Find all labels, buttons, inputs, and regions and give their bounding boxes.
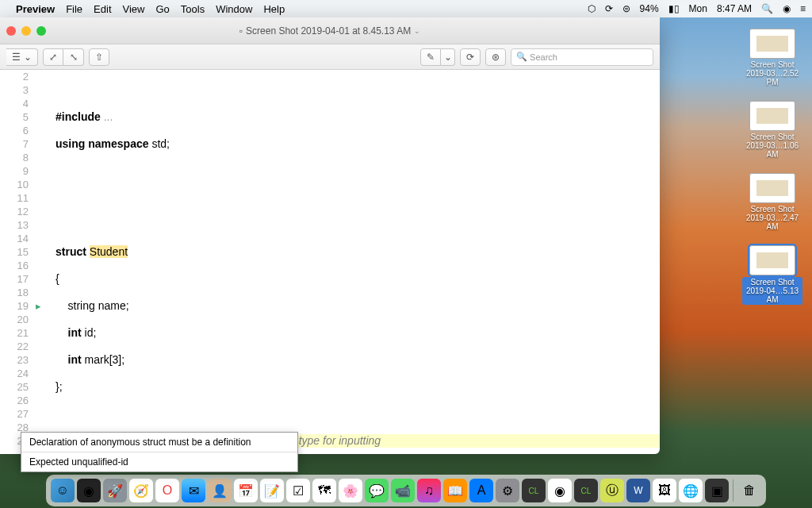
- dock-separator: [733, 479, 733, 502]
- menu-help[interactable]: Help: [263, 3, 285, 15]
- titlebar[interactable]: ▫Screen Shot 2019-04-01 at 8.45.13 AM⌄: [0, 17, 660, 44]
- dock-siri[interactable]: ◉: [77, 479, 101, 502]
- zoom-out-button[interactable]: ⤢: [43, 48, 63, 66]
- desktop-file[interactable]: Screen Shot2019-03…2.52 PM: [742, 29, 802, 87]
- highlight-dropdown[interactable]: ⌄: [441, 48, 455, 66]
- dock-notes[interactable]: 📝: [260, 479, 284, 502]
- dock-safari[interactable]: 🧭: [129, 479, 153, 502]
- dock-appstore[interactable]: A: [469, 479, 493, 502]
- search-input[interactable]: 🔍 Search: [511, 48, 653, 66]
- dock-calendar[interactable]: 📅: [234, 479, 258, 502]
- dock-ibooks[interactable]: 📖: [443, 479, 467, 502]
- dock-app[interactable]: CL: [574, 479, 598, 502]
- dropbox-icon[interactable]: ⬡: [588, 3, 596, 14]
- rotate-button[interactable]: ⟳: [460, 48, 481, 66]
- dock-chrome[interactable]: 🌐: [679, 479, 703, 502]
- desktop-file-selected[interactable]: Screen Shot2019-04…5.13 AM: [742, 245, 802, 305]
- dock-mail[interactable]: ✉: [182, 479, 205, 502]
- menubar: Preview File Edit View Go Tools Window H…: [0, 0, 812, 17]
- document-view[interactable]: 2345678910111213141516171819▸20212223242…: [0, 70, 660, 454]
- line-gutter: 2345678910111213141516171819▸20212223242…: [0, 70, 36, 454]
- preview-window: ▫Screen Shot 2019-04-01 at 8.45.13 AM⌄ ☰…: [0, 17, 660, 454]
- dropdown-icon[interactable]: ⌄: [414, 27, 420, 35]
- highlight-button[interactable]: ✎: [420, 48, 441, 66]
- dock-app[interactable]: ▣: [705, 479, 729, 502]
- battery-icon[interactable]: ▮▯: [668, 3, 680, 14]
- minimize-button[interactable]: [21, 26, 31, 36]
- menu-window[interactable]: Window: [216, 3, 252, 15]
- dock-facetime[interactable]: 📹: [391, 479, 415, 502]
- search-icon: 🔍: [516, 52, 527, 62]
- doc-icon: ▫: [239, 25, 243, 37]
- dock-trash[interactable]: 🗑: [737, 479, 761, 502]
- sidebar-toggle[interactable]: ☰ ⌄: [6, 48, 38, 66]
- dock-opera[interactable]: O: [155, 479, 179, 502]
- error-tooltip: Declaration of anonymous struct must be …: [21, 432, 298, 472]
- sync-icon[interactable]: ⟳: [605, 3, 613, 14]
- wifi-icon[interactable]: ⊜: [622, 3, 630, 14]
- app-name[interactable]: Preview: [16, 3, 55, 15]
- menu-tools[interactable]: Tools: [181, 3, 205, 15]
- dock-itunes[interactable]: ♫: [417, 479, 441, 502]
- dock-preview[interactable]: 🖼: [653, 479, 676, 502]
- file-thumbnail-icon: [749, 101, 795, 131]
- notification-center-icon[interactable]: ≡: [800, 3, 806, 14]
- error-message: Expected unqualified-id: [21, 452, 297, 471]
- clock-day[interactable]: Mon: [689, 3, 707, 14]
- siri-icon[interactable]: ◉: [783, 3, 791, 14]
- dock-messages[interactable]: 💬: [365, 479, 389, 502]
- dock-app[interactable]: ⓤ: [600, 479, 624, 502]
- spotlight-icon[interactable]: 🔍: [761, 3, 773, 14]
- menu-view[interactable]: View: [123, 3, 145, 15]
- desktop-file[interactable]: Screen Shot2019-03…1.06 AM: [742, 101, 802, 159]
- desktop-file[interactable]: Screen Shot2019-03…2.47 AM: [742, 173, 802, 231]
- code-content: #include ... using namespace std; struct…: [52, 70, 660, 454]
- menu-edit[interactable]: Edit: [94, 3, 111, 15]
- dock-preferences[interactable]: ⚙: [496, 479, 519, 502]
- dock-finder[interactable]: ☺: [51, 479, 75, 502]
- window-title: Screen Shot 2019-04-01 at 8.45.13 AM: [246, 25, 411, 37]
- error-message: Declaration of anonymous struct must be …: [21, 433, 297, 452]
- menu-go[interactable]: Go: [155, 3, 169, 15]
- file-thumbnail-icon: [749, 245, 795, 275]
- dock-reminders[interactable]: ☑: [286, 479, 310, 502]
- zoom-button[interactable]: [36, 26, 46, 36]
- zoom-in-button[interactable]: ⤡: [63, 48, 84, 66]
- menu-file[interactable]: File: [66, 3, 82, 15]
- battery-percent[interactable]: 94%: [640, 3, 659, 14]
- clock-time[interactable]: 8:47 AM: [717, 3, 752, 14]
- dock-maps[interactable]: 🗺: [312, 479, 336, 502]
- dock-chrome[interactable]: ◉: [548, 479, 572, 502]
- dock-ide[interactable]: CL: [522, 479, 546, 502]
- fold-column[interactable]: [36, 70, 52, 454]
- markup-button[interactable]: ⊛: [485, 48, 506, 66]
- file-thumbnail-icon: [749, 29, 795, 59]
- dock-launchpad[interactable]: 🚀: [103, 479, 127, 502]
- dock: ☺ ◉ 🚀 🧭 O ✉ 👤 📅 📝 ☑ 🗺 🌸 💬 📹 ♫ 📖 A ⚙ CL ◉…: [46, 475, 766, 506]
- dock-photos[interactable]: 🌸: [339, 479, 362, 502]
- desktop-icons: Screen Shot2019-03…2.52 PM Screen Shot20…: [742, 29, 802, 305]
- close-button[interactable]: [6, 26, 16, 36]
- dock-contacts[interactable]: 👤: [208, 479, 232, 502]
- share-button[interactable]: ⇧: [89, 48, 109, 66]
- dock-word[interactable]: W: [626, 479, 650, 502]
- toolbar: ☰ ⌄ ⤢ ⤡ ⇧ ✎ ⌄ ⟳ ⊛ 🔍 Search: [0, 44, 660, 70]
- file-thumbnail-icon: [749, 173, 795, 203]
